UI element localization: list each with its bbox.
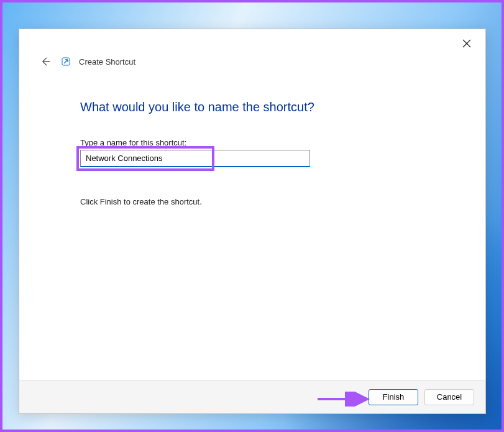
instruction-label: Type a name for this shortcut: bbox=[80, 138, 442, 147]
name-input-wrap bbox=[80, 150, 310, 167]
dialog-footer: Finish Cancel bbox=[19, 380, 485, 413]
back-arrow-icon bbox=[39, 55, 52, 68]
back-button[interactable] bbox=[38, 54, 53, 69]
titlebar-row bbox=[19, 29, 485, 53]
dialog-header: Create Shortcut bbox=[19, 53, 485, 69]
create-shortcut-dialog: Create Shortcut What would you like to n… bbox=[19, 29, 486, 414]
finish-button[interactable]: Finish bbox=[369, 389, 418, 405]
annotation-arrow-icon bbox=[316, 392, 372, 407]
cancel-button[interactable]: Cancel bbox=[424, 389, 474, 405]
page-heading: What would you like to name the shortcut… bbox=[80, 100, 442, 114]
close-icon bbox=[462, 39, 471, 48]
dialog-content: What would you like to name the shortcut… bbox=[19, 69, 485, 380]
dialog-title: Create Shortcut bbox=[79, 57, 135, 67]
close-button[interactable] bbox=[456, 34, 478, 53]
shortcut-name-input[interactable] bbox=[80, 150, 310, 167]
shortcut-icon bbox=[62, 57, 70, 66]
hint-text: Click Finish to create the shortcut. bbox=[80, 197, 442, 206]
